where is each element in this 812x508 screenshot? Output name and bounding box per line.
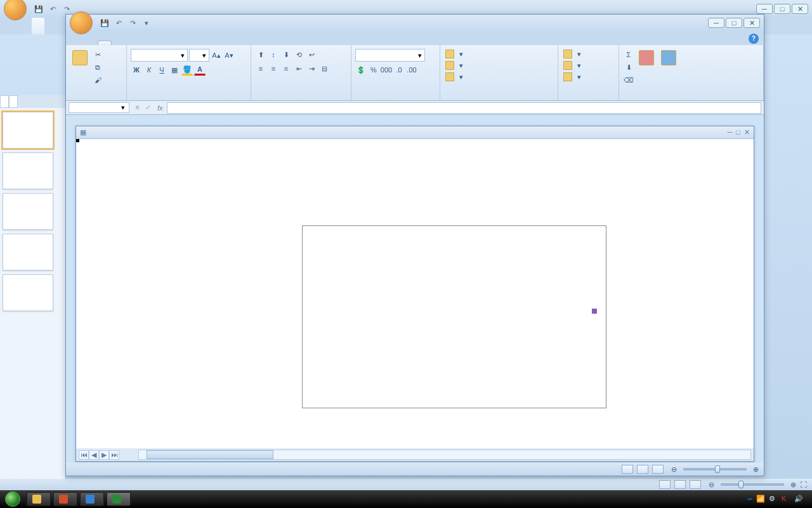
taskbar-item[interactable] (107, 492, 131, 506)
indent-inc-icon[interactable]: ⇥ (306, 63, 317, 74)
embedded-chart[interactable] (302, 225, 606, 408)
cells-insert-button[interactable]: ▾ (562, 49, 582, 59)
zoom-out-icon[interactable]: ⊖ (671, 465, 677, 474)
fx-icon[interactable]: fx (154, 104, 167, 112)
tab-home[interactable] (98, 41, 112, 45)
view-slideshow-icon[interactable] (690, 480, 701, 489)
undo-icon[interactable]: ↶ (47, 3, 58, 15)
structure-tab[interactable] (9, 95, 18, 108)
italic-icon[interactable]: К (143, 64, 155, 76)
start-button[interactable] (0, 490, 25, 508)
view-sorter-icon[interactable] (674, 480, 686, 489)
dec-inc-icon[interactable]: .0 (393, 64, 405, 76)
undo-icon[interactable]: ↶ (113, 17, 124, 29)
zoom-out-icon[interactable]: ⊖ (709, 481, 714, 489)
clear-icon[interactable]: ⌫ (623, 74, 634, 86)
fit-icon[interactable]: ⛶ (800, 481, 807, 488)
currency-icon[interactable]: 💲 (355, 64, 367, 76)
close-icon[interactable]: ✕ (792, 4, 808, 14)
save-icon[interactable]: 💾 (99, 17, 110, 29)
orientation-icon[interactable]: ⟲ (293, 49, 304, 60)
taskbar-item[interactable] (27, 492, 51, 506)
taskbar-item[interactable] (80, 492, 104, 506)
system-tray[interactable]: 📶 ⚙ K 🔊 (742, 495, 812, 504)
wb-close-icon[interactable]: ✕ (744, 128, 750, 137)
redo-icon[interactable]: ↷ (127, 17, 138, 29)
format-painter-icon[interactable]: 🖌 (92, 74, 103, 86)
volume-icon[interactable]: 🔊 (794, 495, 803, 504)
align-top-icon[interactable]: ⬆ (255, 49, 266, 60)
minimize-icon[interactable]: ─ (756, 4, 773, 14)
taskbar-item[interactable] (53, 492, 77, 506)
cancel-formula-icon[interactable]: ✕ (132, 104, 143, 112)
save-icon[interactable]: 💾 (33, 3, 44, 15)
office-button[interactable] (70, 11, 93, 34)
slide-thumb-15[interactable] (3, 193, 63, 230)
sheet-nav-prev-icon[interactable]: ◀ (89, 450, 99, 460)
fill-color-icon[interactable]: 🪣 (181, 64, 193, 76)
view-normal-icon[interactable] (659, 480, 671, 489)
view-normal-icon[interactable] (622, 465, 633, 474)
thousands-icon[interactable]: 000 (381, 64, 392, 76)
pp-zoom-slider[interactable] (721, 483, 784, 486)
align-middle-icon[interactable]: ↕ (268, 49, 279, 60)
font-name-combo[interactable]: ▾ (131, 49, 188, 62)
copy-icon[interactable]: ⧉ (92, 62, 103, 73)
font-color-icon[interactable]: A (194, 64, 206, 76)
find-select-button[interactable] (658, 49, 679, 68)
paste-button[interactable] (70, 49, 90, 68)
minimize-icon[interactable]: ─ (708, 18, 724, 28)
align-right-icon[interactable]: ≡ (280, 63, 292, 74)
border-icon[interactable]: ▦ (169, 64, 180, 76)
format-as-table-button[interactable]: ▾ (444, 60, 464, 70)
xl-zoom-slider[interactable] (683, 468, 747, 471)
redo-icon[interactable]: ↷ (61, 3, 72, 15)
tray-icon[interactable]: ⚙ (769, 495, 778, 504)
align-bottom-icon[interactable]: ⬇ (280, 49, 292, 60)
help-icon[interactable]: ? (749, 34, 759, 44)
align-left-icon[interactable]: ≡ (255, 63, 266, 74)
sheet-nav-first-icon[interactable]: ⏮ (79, 450, 89, 460)
slides-tab[interactable] (0, 95, 9, 108)
cut-icon[interactable]: ✂ (92, 49, 103, 60)
align-center-icon[interactable]: ≡ (268, 63, 279, 74)
zoom-in-icon[interactable]: ⊕ (753, 465, 759, 474)
close-icon[interactable]: ✕ (743, 18, 760, 28)
number-format-combo[interactable]: ▾ (355, 49, 425, 62)
qat-more-icon[interactable]: ▾ (141, 17, 152, 29)
cells-delete-button[interactable]: ▾ (562, 60, 582, 70)
worksheet-grid[interactable] (76, 139, 754, 448)
merge-icon[interactable]: ⊟ (318, 63, 330, 74)
zoom-in-icon[interactable]: ⊕ (790, 481, 796, 489)
network-icon[interactable]: 📶 (756, 495, 765, 504)
slide-panel[interactable] (0, 95, 66, 479)
slide-thumb-13[interactable] (3, 112, 63, 149)
sort-filter-button[interactable] (636, 49, 657, 68)
sheet-nav-last-icon[interactable]: ⏭ (109, 450, 119, 460)
slide-thumb-14[interactable] (3, 152, 63, 189)
xl-titlebar[interactable]: 💾 ↶ ↷ ▾ ─ □ ✕ (66, 15, 764, 31)
kaspersky-icon[interactable]: K (782, 495, 790, 504)
bold-icon[interactable]: Ж (131, 64, 142, 76)
formula-input[interactable] (167, 102, 761, 114)
slide-thumb-17[interactable] (3, 274, 63, 311)
maximize-icon[interactable]: □ (774, 4, 790, 14)
underline-icon[interactable]: Ч (156, 64, 167, 76)
wb-minimize-icon[interactable]: ─ (728, 128, 733, 137)
enter-formula-icon[interactable]: ✓ (143, 104, 154, 112)
dec-dec-icon[interactable]: .00 (406, 64, 417, 76)
cell-styles-button[interactable]: ▾ (444, 72, 464, 82)
view-pagebreak-icon[interactable] (652, 465, 664, 474)
sheet-nav-next-icon[interactable]: ▶ (99, 450, 109, 460)
autosum-icon[interactable]: Σ (623, 49, 634, 60)
pp-tab-home[interactable] (32, 18, 44, 34)
name-box[interactable]: ▾ (69, 102, 129, 113)
percent-icon[interactable]: % (368, 64, 379, 76)
wb-maximize-icon[interactable]: □ (736, 128, 740, 137)
font-size-combo[interactable]: ▾ (189, 49, 209, 62)
slide-thumb-16[interactable] (3, 234, 63, 271)
horizontal-scrollbar[interactable] (138, 450, 751, 460)
language-indicator[interactable] (747, 498, 752, 500)
cells-format-button[interactable]: ▾ (562, 72, 582, 82)
view-layout-icon[interactable] (637, 465, 648, 474)
